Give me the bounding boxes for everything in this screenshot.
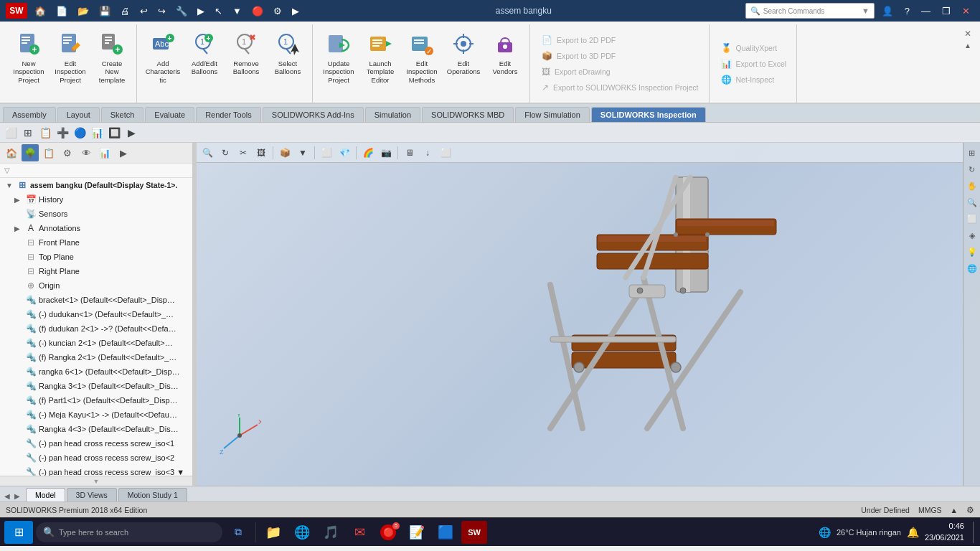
qat-home[interactable]: 🏠 [32,5,49,17]
tree-item-part1[interactable]: 🔩 (f) Part1<1> (Default<<Default>_Disp… [0,393,192,408]
qat-settings[interactable]: ⚙ [270,5,285,17]
vp-view-icon[interactable]: 🖼 [253,145,269,161]
tree-item-dudukan2[interactable]: 🔩 (f) dudukan 2<1> ->? (Default<<Defa… [0,321,192,336]
taskbar-clock[interactable]: 0:46 23/06/2021 [925,521,964,543]
vp-cube-icon[interactable]: ⬜ [438,145,453,161]
tree-tool-prop[interactable]: 📋 [40,144,57,161]
bottom-tab-3d-views[interactable]: 3D Views [67,488,117,501]
tab-sketch[interactable]: Sketch [101,107,144,122]
vp-material-icon[interactable]: 💎 [336,145,352,161]
help-icon[interactable]: ? [900,4,914,18]
tab-solidworks-mbd[interactable]: SOLIDWORKS MBD [422,107,514,122]
tree-item-origin[interactable]: ⊕ Origin [0,278,192,293]
tree-tool-home[interactable]: 🏠 [3,144,20,161]
vp-display-icon[interactable]: ⬜ [319,145,334,161]
tab-simulation[interactable]: Simulation [365,107,420,122]
user-icon[interactable]: 👤 [877,4,897,18]
vp-right-pan[interactable]: ✋ [965,179,979,193]
tab-solidworks-inspection[interactable]: SOLIDWORKS Inspection [591,107,706,122]
tree-item-top-plane[interactable]: ⊟ Top Plane [0,250,192,264]
vp-right-view2[interactable]: ◈ [965,228,979,242]
update-inspection-project-button[interactable]: Update Inspection Project [319,26,359,88]
taskbar-show-desktop[interactable] [973,522,976,543]
units-edit-icon[interactable]: ▲ [951,506,958,514]
close-button[interactable]: ✕ [958,4,974,18]
toolbar-chart-icon[interactable]: 📊 [89,125,105,141]
tree-tool-tree[interactable]: 🌳 [22,144,39,161]
tree-item-kuncian[interactable]: 🔩 (-) kuncian 2<1> (Default<<Default>… [0,336,192,350]
taskbar-notif-icon[interactable]: 🔔 [907,527,919,538]
bottom-tab-model[interactable]: Model [26,488,65,501]
vp-scene-icon[interactable]: 🌈 [360,145,376,161]
tree-item-screw3[interactable]: 🔧 (-) pan head cross recess screw_iso<3 … [0,465,192,476]
tab-flow-simulation[interactable]: Flow Simulation [515,107,590,122]
bottom-tab-left-arrow[interactable]: ◀ [3,491,11,501]
toolbar-grid-icon[interactable]: 🔲 [106,125,122,141]
toolbar-tree-icon[interactable]: ⊞ [20,125,36,141]
restore-button[interactable]: ❐ [938,4,955,18]
search-dropdown[interactable]: ▼ [862,6,870,15]
tree-item-rangka3[interactable]: 🔩 Rangka 3<1> (Default<<Default>_Dis… [0,379,192,393]
toolbar-prop-icon[interactable]: 📋 [37,125,53,141]
minimize-button[interactable]: — [917,4,935,18]
export-2d-pdf-button[interactable]: 📄 Export to 2D PDF [537,33,703,47]
export-solidworks-button[interactable]: ↗ Export to SOLIDWORKS Inspection Projec… [537,80,703,95]
qat-icon1[interactable]: 🔴 [249,5,266,17]
qat-undo[interactable]: ↩ [137,5,151,17]
edit-inspection-methods-button[interactable]: ✓ Edit Inspection Methods [402,26,442,88]
start-button[interactable]: ⊞ [4,521,33,544]
tree-item-front-plane[interactable]: ⊟ Front Plane [0,235,192,250]
vp-right-rotate[interactable]: ↻ [965,162,979,176]
tab-layout[interactable]: Layout [57,107,100,122]
qat-save[interactable]: 💾 [96,5,113,17]
vp-right-zoom-fit[interactable]: ⊞ [965,146,979,160]
taskbar-app-unknown1[interactable]: 🎵 [318,521,344,544]
status-settings-icon[interactable]: ⚙ [966,505,974,515]
tab-evaluate[interactable]: Evaluate [145,107,194,122]
tree-scroll-area[interactable]: ▼ [0,476,192,486]
toolbar-filter-icon[interactable]: ⬜ [3,125,19,141]
tab-solidworks-addins[interactable]: SOLIDWORKS Add-Ins [263,107,364,122]
export-excel-button[interactable]: 📊 Export to Excel [717,57,791,71]
ribbon-collapse-button[interactable]: ▲ [960,40,976,51]
taskbar-app-word[interactable]: 📝 [404,521,430,544]
vp-right-view1[interactable]: ⬜ [965,212,979,226]
tree-item-rangka4[interactable]: 🔩 Rangka 4<3> (Default<<Default>_Dis… [0,422,192,436]
remove-balloons-button[interactable]: 1 Remove Balloons [226,26,266,83]
taskbar-app-email[interactable]: ✉ [347,521,372,544]
toolbar-play-icon[interactable]: ▶ [123,125,139,141]
qat-options[interactable]: 🔧 [173,5,190,17]
add-edit-balloons-button[interactable]: 1 + Add/Edit Balloons [184,26,225,83]
edit-operations-button[interactable]: Edit Operations [443,26,484,83]
toolbar-pie-icon[interactable]: 🔵 [72,125,88,141]
taskbar-network-icon[interactable]: 🌐 [819,527,831,538]
qat-redo[interactable]: ↪ [155,5,169,17]
tree-content[interactable]: ▼ ⊞ assem bangku (Default<Display State-… [0,178,192,476]
taskbar-app-sw[interactable]: SW [461,521,487,544]
add-characteristic-button[interactable]: Abc + Add Characteristic [143,26,183,88]
tab-render-tools[interactable]: Render Tools [196,107,261,122]
bottom-tab-motion-study[interactable]: Motion Study 1 [118,488,187,501]
tree-item-sensors[interactable]: 📡 Sensors [0,207,192,221]
taskbar-app-edge[interactable]: 🌐 [289,521,315,544]
vp-screen-icon[interactable]: 🖥 [402,145,418,161]
tree-item-rangka6[interactable]: 🔩 rangka 6<1> (Default<<Default>_Disp… [0,364,192,379]
vp-caret-icon[interactable]: ▼ [295,145,311,161]
qat-more[interactable]: ▶ [289,5,302,17]
export-edrawing-button[interactable]: 🖼 Export eDrawing [537,65,703,79]
qat-print[interactable]: 🖨 [118,5,133,17]
tree-root[interactable]: ▼ ⊞ assem bangku (Default<Display State-… [0,178,192,192]
ribbon-close-button[interactable]: ✕ [960,27,976,40]
bottom-tab-right-arrow[interactable]: ▶ [13,491,22,501]
vp-right-light[interactable]: 💡 [965,245,979,259]
tree-item-meja-kayu[interactable]: 🔩 (-) Meja Kayu<1> -> (Default<<Defau… [0,408,192,422]
quality-xpert-button[interactable]: 🏅 QualityXpert [717,41,791,55]
vp-box-icon[interactable]: 📦 [277,145,293,161]
taskbar-search[interactable]: 🔍 Type here to search [36,522,222,542]
tree-item-screw1[interactable]: 🔧 (-) pan head cross recess screw_iso<1 [0,436,192,451]
vp-rotate-icon[interactable]: ↻ [217,145,233,161]
vp-right-zoom[interactable]: 🔍 [965,195,979,209]
vp-camera-icon[interactable]: 📷 [378,145,394,161]
vp-section-icon[interactable]: ✂ [235,145,251,161]
tree-tool-more[interactable]: ▶ [115,144,132,161]
